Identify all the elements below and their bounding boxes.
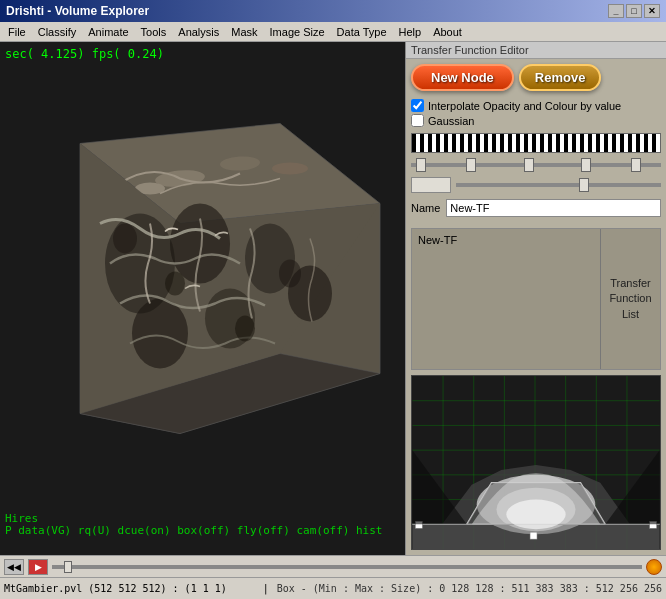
- name-input[interactable]: New-TF: [446, 199, 661, 217]
- color-swatch[interactable]: [411, 177, 451, 193]
- svg-point-45: [506, 500, 565, 530]
- slider-handle-1[interactable]: [466, 158, 476, 172]
- gradient-bar: [411, 133, 661, 153]
- prev-frame-button[interactable]: ◀◀: [4, 559, 24, 575]
- svg-text:P data(VG) rq(U) dcue(on) box(: P data(VG) rq(U) dcue(on) box(off) fly(o…: [5, 524, 383, 537]
- tf-controls: New Node Remove Interpolate Opacity and …: [406, 59, 666, 228]
- tf-list-area: New-TF TransferFunctionList: [411, 228, 661, 370]
- svg-point-21: [279, 260, 301, 288]
- menu-tools[interactable]: Tools: [135, 24, 173, 40]
- tf-buttons: New Node Remove: [411, 64, 661, 91]
- menu-analysis[interactable]: Analysis: [172, 24, 225, 40]
- svg-point-19: [113, 224, 137, 254]
- tf-editor-header: Transfer Function Editor: [406, 42, 666, 59]
- menu-classify[interactable]: Classify: [32, 24, 83, 40]
- fps-display: sec( 4.125) fps( 0.24): [5, 47, 164, 61]
- list-item[interactable]: New-TF: [416, 233, 596, 247]
- menu-mask[interactable]: Mask: [225, 24, 263, 40]
- svg-point-16: [132, 299, 188, 369]
- maximize-button[interactable]: □: [626, 4, 642, 18]
- color-bar-row: [411, 177, 661, 193]
- tf-graph[interactable]: [411, 375, 661, 550]
- slider-handle-4[interactable]: [631, 158, 641, 172]
- svg-point-20: [165, 272, 185, 296]
- menu-datatype[interactable]: Data Type: [331, 24, 393, 40]
- menu-help[interactable]: Help: [393, 24, 428, 40]
- playback-slider[interactable]: [52, 565, 642, 569]
- menu-file[interactable]: File: [2, 24, 32, 40]
- menu-bar: File Classify Animate Tools Analysis Mas…: [0, 22, 666, 42]
- right-panel: Transfer Function Editor New Node Remove…: [405, 42, 666, 555]
- play-button[interactable]: ▶: [28, 559, 48, 575]
- bottom-bar: ◀◀ ▶: [0, 555, 666, 577]
- remove-button[interactable]: Remove: [519, 64, 602, 91]
- status-file-info: MtGambier.pvl (512 512 512) : (1 1 1): [4, 583, 255, 594]
- interpolate-label: Interpolate Opacity and Colour by value: [428, 100, 621, 112]
- viewport-3d-render: Hires P data(VG) rq(U) dcue(on) box(off)…: [0, 42, 405, 555]
- name-row: Name New-TF: [411, 199, 661, 217]
- slider-handle-0[interactable]: [416, 158, 426, 172]
- main-layout: sec( 4.125) fps( 0.24): [0, 42, 666, 555]
- color-slider-track: [456, 183, 661, 187]
- slider-handle-2[interactable]: [524, 158, 534, 172]
- svg-point-22: [235, 316, 255, 342]
- gaussian-checkbox[interactable]: [411, 114, 424, 127]
- gaussian-label: Gaussian: [428, 115, 474, 127]
- viewport-panel[interactable]: sec( 4.125) fps( 0.24): [0, 42, 405, 555]
- tf-graph-svg: [412, 376, 660, 549]
- color-slider-handle[interactable]: [579, 178, 589, 192]
- tf-list-label: TransferFunctionList: [600, 229, 660, 369]
- interpolate-checkbox[interactable]: [411, 99, 424, 112]
- svg-point-14: [170, 204, 230, 284]
- menu-about[interactable]: About: [427, 24, 468, 40]
- playback-handle[interactable]: [64, 561, 72, 573]
- svg-point-10: [272, 163, 308, 175]
- close-button[interactable]: ✕: [644, 4, 660, 18]
- opacity-sliders-row: [411, 157, 661, 173]
- menu-imagesize[interactable]: Image Size: [264, 24, 331, 40]
- title-bar-controls: _ □ ✕: [608, 4, 660, 18]
- handle-bottom[interactable]: [530, 532, 537, 539]
- menu-animate[interactable]: Animate: [82, 24, 134, 40]
- title-bar: Drishti - Volume Explorer _ □ ✕: [0, 0, 666, 22]
- status-bar: MtGambier.pvl (512 512 512) : (1 1 1) | …: [0, 577, 666, 599]
- minimize-button[interactable]: _: [608, 4, 624, 18]
- loop-indicator[interactable]: [646, 559, 662, 575]
- new-node-button[interactable]: New Node: [411, 64, 514, 91]
- interpolate-row: Interpolate Opacity and Colour by value: [411, 99, 661, 112]
- slider-track: [411, 163, 661, 167]
- gaussian-row: Gaussian: [411, 114, 661, 127]
- tf-list-items: New-TF: [412, 229, 600, 369]
- window-title: Drishti - Volume Explorer: [6, 4, 149, 18]
- tf-checkboxes: Interpolate Opacity and Colour by value …: [411, 99, 661, 127]
- slider-handle-3[interactable]: [581, 158, 591, 172]
- name-label: Name: [411, 202, 440, 214]
- status-box-info: Box - (Min : Max : Size) : 0 128 128 : 5…: [277, 583, 662, 594]
